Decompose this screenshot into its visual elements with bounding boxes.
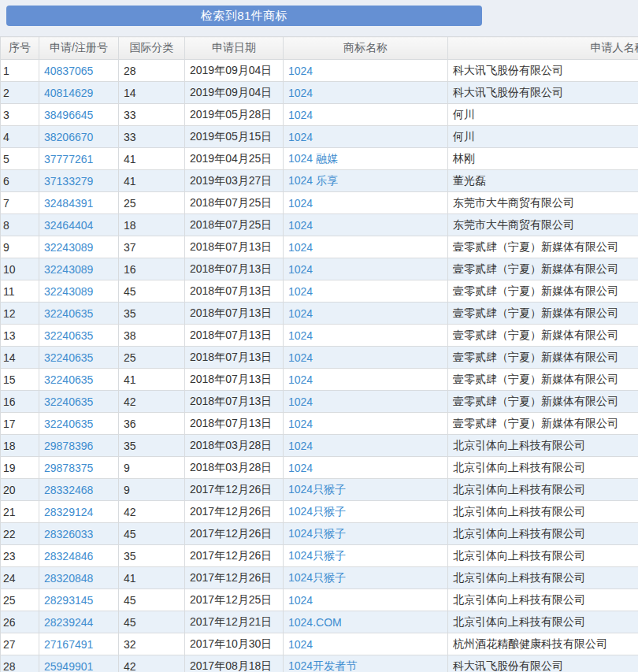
app-date-cell: 2017年12月25日 (185, 589, 284, 611)
no-cell: 25 (1, 589, 39, 611)
mark-name-cell: 1024 (284, 82, 448, 104)
reg-no-link[interactable]: 38496645 (44, 109, 93, 121)
mark-name-link[interactable]: 1024 (288, 263, 313, 276)
intl-class-cell: 45 (119, 523, 185, 545)
reg-no-cell: 28324846 (39, 545, 119, 567)
mark-name-link[interactable]: 1024只猴子 (288, 527, 346, 540)
mark-name-link[interactable]: 1024 (288, 285, 313, 298)
mark-name-cell: 1024 (284, 457, 448, 479)
app-date-cell: 2017年12月26日 (185, 523, 284, 545)
mark-name-cell: 1024 (284, 435, 448, 457)
table-row: 2825949901422017年08月18日1024开发者节科大讯飞股份有限公… (1, 655, 638, 672)
mark-name-link[interactable]: 1024 (288, 395, 313, 408)
mark-name-link[interactable]: 1024只猴子 (288, 571, 346, 584)
reg-no-link[interactable]: 28326033 (44, 528, 93, 540)
reg-no-link[interactable]: 32240635 (44, 329, 93, 342)
table-row: 1132243089452018年07月13日1024壹零贰肆（宁夏）新媒体有限… (1, 280, 638, 303)
no-cell: 11 (1, 280, 39, 303)
app-date-cell: 2018年07月13日 (185, 303, 284, 325)
app-date-cell: 2017年10月30日 (185, 633, 284, 655)
mark-name-link[interactable]: 1024 (288, 307, 313, 320)
mark-name-link[interactable]: 1024 (288, 440, 313, 452)
column-header-applicant: 申请人名称 (448, 37, 638, 60)
table-row: 202833246892017年12月26日1024只猴子北京引体向上科技有限公… (1, 479, 638, 501)
reg-no-link[interactable]: 40837065 (44, 65, 93, 77)
reg-no-link[interactable]: 28293145 (44, 594, 93, 607)
mark-name-link[interactable]: 1024只猴子 (288, 483, 346, 496)
reg-no-link[interactable]: 40814629 (44, 87, 93, 99)
mark-name-link[interactable]: 1024 (288, 329, 313, 342)
reg-no-link[interactable]: 32240635 (44, 307, 93, 320)
reg-no-link[interactable]: 28324846 (44, 550, 93, 562)
mark-name-link[interactable]: 1024 (288, 65, 313, 77)
reg-no-cell: 32243089 (39, 236, 119, 258)
applicant-cell: 壹零贰肆（宁夏）新媒体有限公司 (448, 391, 638, 413)
reg-no-link[interactable]: 32484391 (44, 197, 93, 210)
reg-no-link[interactable]: 25949901 (44, 660, 93, 672)
mark-name-link[interactable]: 1024 乐享 (288, 174, 338, 187)
mark-name-cell: 1024 (284, 369, 448, 391)
reg-no-link[interactable]: 28320848 (44, 572, 93, 585)
mark-name-link[interactable]: 1024 (288, 462, 313, 474)
reg-no-link[interactable]: 28329124 (44, 506, 93, 518)
mark-name-link[interactable]: 1024 (288, 351, 313, 364)
mark-name-link[interactable]: 1024只猴子 (288, 505, 346, 518)
mark-name-link[interactable]: 1024只猴子 (288, 549, 346, 562)
mark-name-link[interactable]: 1024 (288, 638, 313, 651)
applicant-cell: 北京引体向上科技有限公司 (448, 523, 638, 545)
applicant-cell: 北京引体向上科技有限公司 (448, 567, 638, 589)
mark-name-cell: 1024 (284, 589, 448, 611)
intl-class-cell: 41 (119, 170, 185, 192)
app-date-cell: 2018年07月13日 (185, 391, 284, 413)
applicant-cell: 北京引体向上科技有限公司 (448, 435, 638, 457)
mark-name-cell: 1024 (284, 126, 448, 148)
trademark-results-table: 序号申请/注册号国际分类申请日期商标名称申请人名称 14083706528201… (0, 36, 638, 672)
reg-no-cell: 29878375 (39, 457, 119, 479)
intl-class-cell: 41 (119, 148, 185, 170)
intl-class-cell: 38 (119, 325, 185, 347)
reg-no-link[interactable]: 28239244 (44, 616, 93, 629)
reg-no-link[interactable]: 32243089 (44, 241, 93, 254)
app-date-cell: 2017年12月21日 (185, 611, 284, 633)
reg-no-link[interactable]: 37133279 (44, 175, 93, 187)
mark-name-link[interactable]: 1024 融媒 (288, 152, 338, 165)
app-date-cell: 2018年03月28日 (185, 457, 284, 479)
mark-name-link[interactable]: 1024开发者节 (288, 659, 357, 672)
no-cell: 20 (1, 479, 39, 501)
mark-name-link[interactable]: 1024 (288, 373, 313, 386)
reg-no-link[interactable]: 27167491 (44, 638, 93, 651)
reg-no-link[interactable]: 28332468 (44, 484, 93, 496)
no-cell: 9 (1, 236, 39, 258)
mark-name-link[interactable]: 1024 (288, 109, 313, 121)
reg-no-link[interactable]: 29878375 (44, 462, 93, 474)
reg-no-link[interactable]: 32464404 (44, 219, 93, 232)
no-cell: 28 (1, 655, 39, 672)
mark-name-link[interactable]: 1024 (288, 418, 313, 430)
mark-name-link[interactable]: 1024 (288, 241, 313, 254)
reg-no-cell: 28320848 (39, 567, 119, 589)
mark-name-link[interactable]: 1024 (288, 131, 313, 143)
reg-no-link[interactable]: 32240635 (44, 395, 93, 408)
reg-no-link[interactable]: 32240635 (44, 373, 93, 386)
reg-no-link[interactable]: 32243089 (44, 285, 93, 298)
column-header-app-date: 申请日期 (185, 37, 284, 60)
table-row: 240814629142019年09月04日1024科大讯飞股份有限公司 (1, 82, 638, 104)
no-cell: 26 (1, 611, 39, 633)
reg-no-link[interactable]: 38206670 (44, 131, 93, 143)
mark-name-link[interactable]: 1024 (288, 594, 313, 607)
reg-no-cell: 40814629 (39, 82, 119, 104)
reg-no-link[interactable]: 32240635 (44, 418, 93, 430)
mark-name-link[interactable]: 1024 (288, 197, 313, 210)
app-date-cell: 2018年07月13日 (185, 325, 284, 347)
reg-no-link[interactable]: 32240635 (44, 351, 93, 364)
no-cell: 5 (1, 148, 39, 170)
mark-name-cell: 1024只猴子 (284, 523, 448, 545)
mark-name-link[interactable]: 1024.COM (288, 616, 342, 629)
table-row: 637133279412019年03月27日1024 乐享董光磊 (1, 170, 638, 192)
reg-no-link[interactable]: 29878396 (44, 440, 93, 452)
reg-no-link[interactable]: 37777261 (44, 153, 93, 165)
mark-name-link[interactable]: 1024 (288, 219, 313, 232)
applicant-cell: 杭州酒花精酿健康科技有限公司 (448, 633, 638, 655)
mark-name-link[interactable]: 1024 (288, 87, 313, 99)
reg-no-link[interactable]: 32243089 (44, 263, 93, 276)
